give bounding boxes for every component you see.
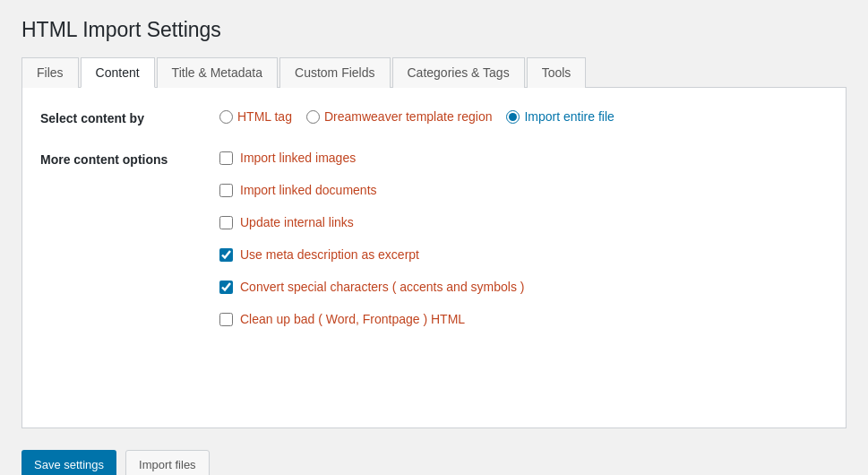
page-title: HTML Import Settings	[21, 18, 847, 42]
radio-dw-template[interactable]: Dreamweaver template region	[306, 109, 493, 124]
checkbox-convert-special-chars-label: Convert special characters ( accents and…	[240, 280, 524, 294]
tabs-nav: Files Content Title & Metadata Custom Fi…	[21, 56, 847, 88]
radio-dw-template-input[interactable]	[306, 110, 320, 124]
checkbox-use-meta-desc[interactable]: Use meta description as excerpt	[219, 247, 828, 262]
radio-import-entire[interactable]: Import entire file	[506, 109, 614, 124]
radio-group: HTML tag Dreamweaver template region Imp…	[219, 109, 828, 124]
checkbox-clean-up-bad-html[interactable]: Clean up bad ( Word, Frontpage ) HTML	[219, 312, 828, 326]
select-content-section: Select content by HTML tag Dreamweaver t…	[40, 109, 828, 125]
checkbox-group: Import linked images Import linked docum…	[219, 151, 828, 326]
select-content-label: Select content by	[40, 109, 219, 125]
radio-dw-template-label: Dreamweaver template region	[324, 109, 493, 124]
tab-custom-fields[interactable]: Custom Fields	[279, 57, 390, 88]
tab-files[interactable]: Files	[21, 57, 79, 88]
checkbox-import-linked-docs[interactable]: Import linked documents	[219, 183, 828, 197]
more-options-label: More content options	[40, 151, 219, 167]
tab-tools[interactable]: Tools	[527, 57, 587, 88]
content-area: Select content by HTML tag Dreamweaver t…	[21, 88, 847, 428]
checkbox-use-meta-desc-input[interactable]	[219, 248, 233, 262]
checkbox-convert-special-chars-input[interactable]	[219, 281, 233, 294]
checkbox-import-linked-images-label: Import linked images	[240, 151, 356, 165]
checkbox-import-linked-docs-label: Import linked documents	[240, 183, 377, 197]
checkbox-import-linked-images[interactable]: Import linked images	[219, 151, 828, 165]
footer-actions: Save settings Import files	[21, 450, 847, 475]
save-settings-button[interactable]: Save settings	[21, 450, 116, 475]
tab-title-metadata[interactable]: Title & Metadata	[157, 57, 278, 88]
radio-html-tag-input[interactable]	[219, 110, 233, 124]
tab-categories-tags[interactable]: Categories & Tags	[392, 57, 525, 88]
radio-import-entire-label: Import entire file	[524, 109, 614, 124]
checkbox-clean-up-bad-html-input[interactable]	[219, 313, 233, 326]
radio-import-entire-input[interactable]	[506, 110, 520, 124]
checkbox-update-internal-links-label: Update internal links	[240, 215, 354, 229]
checkbox-update-internal-links[interactable]: Update internal links	[219, 215, 828, 229]
checkbox-clean-up-bad-html-label: Clean up bad ( Word, Frontpage ) HTML	[240, 312, 465, 326]
tab-content[interactable]: Content	[81, 57, 155, 88]
checkbox-import-linked-docs-input[interactable]	[219, 184, 233, 197]
import-files-button[interactable]: Import files	[125, 450, 210, 475]
radio-html-tag[interactable]: HTML tag	[219, 109, 292, 124]
checkbox-convert-special-chars[interactable]: Convert special characters ( accents and…	[219, 280, 828, 294]
more-options-section: More content options Import linked image…	[40, 151, 828, 326]
checkbox-import-linked-images-input[interactable]	[219, 151, 233, 165]
radio-html-tag-label: HTML tag	[237, 109, 292, 124]
checkbox-update-internal-links-input[interactable]	[219, 216, 233, 229]
checkbox-use-meta-desc-label: Use meta description as excerpt	[240, 247, 419, 262]
